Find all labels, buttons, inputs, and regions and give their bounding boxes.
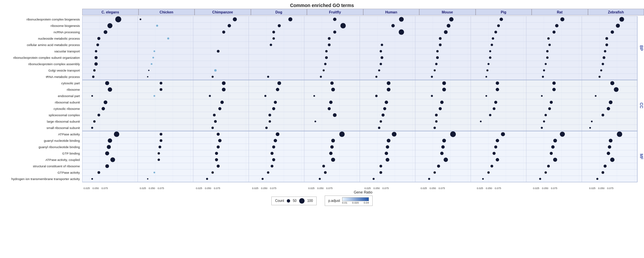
svg-point-86	[620, 17, 624, 22]
svg-point-237	[541, 127, 543, 129]
svg-point-271	[215, 152, 218, 155]
svg-point-311	[262, 178, 264, 180]
svg-point-179	[276, 88, 279, 91]
x-axis-area: 0.0250.0500.0750.0250.0500.0750.0250.050…	[82, 187, 644, 190]
svg-text:CC: CC	[639, 102, 644, 109]
x-axis-label: Gene Ratio	[82, 190, 644, 194]
svg-point-178	[222, 88, 226, 91]
svg-point-79	[233, 17, 237, 22]
svg-point-238	[589, 127, 591, 129]
svg-point-257	[553, 139, 557, 142]
svg-point-302	[324, 171, 327, 174]
count-legend-label: Count	[275, 199, 284, 203]
y-label-19: guanyl nucleotide binding	[0, 137, 81, 144]
svg-point-264	[386, 145, 389, 149]
svg-point-154	[543, 70, 545, 72]
svg-point-265	[441, 145, 445, 149]
svg-point-197	[220, 101, 224, 104]
svg-point-288	[610, 158, 614, 162]
y-label-4: cellular amino acid metabolic process	[0, 42, 81, 48]
svg-point-95	[555, 24, 558, 28]
svg-point-296	[547, 165, 550, 168]
plot-area: ribonucleoprotein complex biogenesisribo…	[0, 16, 644, 187]
svg-point-118	[439, 44, 441, 46]
svg-point-148	[148, 70, 150, 71]
svg-point-123	[154, 50, 155, 52]
svg-point-105	[611, 31, 614, 34]
svg-point-153	[486, 70, 488, 72]
y-label-2: ncRNA processing	[0, 29, 81, 35]
svg-point-268	[608, 145, 611, 149]
x-axis-cell-2: 0.0250.0500.075	[195, 187, 251, 190]
svg-point-170	[330, 82, 334, 85]
svg-point-157	[147, 76, 148, 78]
svg-point-150	[323, 70, 325, 72]
padjust-mid: 0.020	[352, 201, 359, 204]
svg-point-304	[433, 171, 436, 174]
svg-point-241	[217, 133, 220, 136]
svg-point-184	[552, 88, 556, 91]
svg-point-244	[392, 132, 396, 137]
svg-point-291	[271, 165, 273, 168]
svg-point-282	[272, 158, 275, 161]
svg-point-162	[431, 76, 433, 78]
svg-point-293	[379, 165, 382, 168]
svg-point-226	[315, 121, 316, 122]
svg-point-224	[214, 120, 217, 123]
y-label-16: large ribosomal subunit	[0, 118, 81, 125]
svg-point-144	[487, 63, 489, 65]
svg-point-107	[167, 38, 169, 40]
svg-point-225	[269, 120, 271, 123]
svg-point-253	[331, 139, 335, 142]
svg-point-294	[437, 165, 440, 168]
col-headers: C. elegansChickenChimpanzeeDogFruitflyHu…	[82, 9, 644, 15]
svg-point-146	[602, 63, 604, 65]
svg-point-269	[105, 152, 109, 156]
svg-point-183	[496, 88, 499, 91]
svg-point-89	[228, 24, 231, 28]
svg-point-187	[154, 95, 155, 97]
col-header-c--elegans: C. elegans	[82, 9, 139, 15]
svg-point-233	[211, 127, 214, 129]
svg-point-305	[487, 171, 490, 174]
svg-point-177	[160, 88, 162, 91]
y-label-10: cytosolic part	[0, 80, 81, 86]
svg-point-164	[542, 76, 544, 78]
svg-point-246	[501, 132, 505, 136]
svg-point-239	[114, 132, 119, 137]
svg-point-301	[267, 171, 269, 174]
svg-point-267	[551, 145, 554, 149]
svg-point-234	[265, 127, 268, 129]
y-label-14: cytosolic ribosome	[0, 105, 81, 112]
svg-point-104	[552, 31, 555, 34]
svg-point-90	[278, 24, 281, 27]
svg-point-124	[217, 50, 219, 53]
svg-point-196	[104, 100, 107, 104]
svg-point-256	[496, 139, 499, 142]
svg-point-125	[325, 50, 328, 52]
svg-point-131	[95, 56, 98, 59]
svg-point-223	[93, 120, 96, 123]
padjust-min: 0.01	[342, 201, 347, 204]
svg-point-251	[218, 139, 221, 142]
svg-point-201	[440, 101, 443, 104]
svg-point-98	[222, 31, 225, 34]
svg-point-278	[607, 152, 610, 155]
count-50-label: 50	[293, 199, 297, 203]
svg-point-127	[436, 50, 439, 52]
svg-point-182	[442, 88, 446, 91]
svg-point-155	[600, 70, 602, 72]
svg-point-114	[96, 44, 99, 46]
svg-point-93	[447, 24, 450, 28]
col-header-pig: Pig	[476, 9, 532, 15]
svg-point-221	[544, 114, 547, 116]
svg-point-314	[428, 178, 430, 180]
svg-point-119	[491, 44, 493, 46]
svg-point-167	[160, 82, 162, 85]
x-axis-cell-6: 0.0250.0500.075	[419, 187, 476, 190]
svg-point-276	[493, 152, 496, 155]
svg-point-208	[328, 107, 331, 110]
svg-point-248	[617, 132, 622, 137]
svg-point-290	[217, 165, 220, 168]
svg-point-145	[545, 63, 547, 65]
